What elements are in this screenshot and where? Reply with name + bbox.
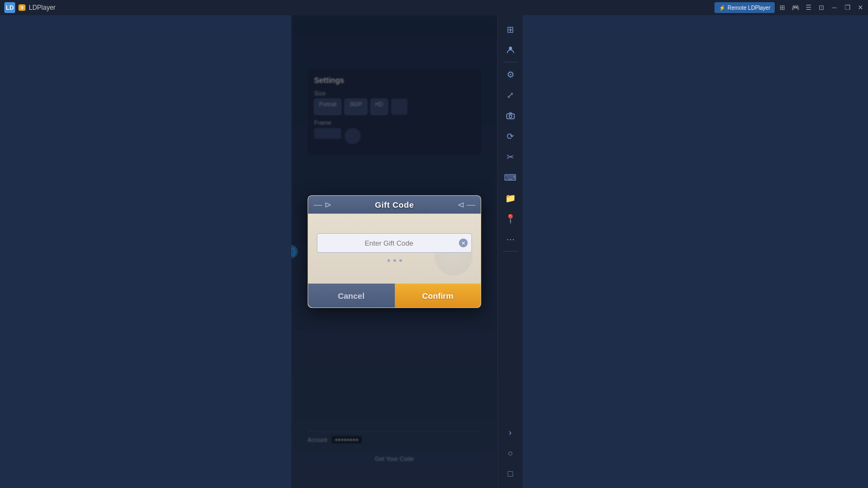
- dot-3: [399, 259, 402, 262]
- rotate-icon[interactable]: ⟳: [501, 126, 520, 146]
- circle-icon[interactable]: ○: [501, 444, 520, 463]
- dialog-overlay: — ⊳ Gift Code ⊲ —: [291, 15, 497, 488]
- sidebar-divider-2: [503, 251, 518, 252]
- header-decoration-left: — ⊳: [314, 200, 331, 210]
- center-panel: Settings Size Portrait 360P HD Frame 🌐 A…: [291, 15, 497, 488]
- person-icon[interactable]: [501, 40, 520, 60]
- svg-point-2: [509, 115, 512, 118]
- left-dash-2: ⊳: [324, 200, 331, 210]
- sidebar-divider-1: [503, 62, 518, 62]
- dialog-header: — ⊳ Gift Code ⊲ —: [308, 196, 481, 214]
- menu-icon[interactable]: ☰: [803, 2, 814, 13]
- right-sidebar: ⊞ ⚙ ⤢ ⟳ ✂ ⌨ 📁 📍 ⋯ › ○ □: [497, 15, 522, 488]
- folder-icon[interactable]: 📁: [501, 188, 520, 208]
- titlebar: LD 9 LDPlayer ⚡ Remote LDPlayer ⊞ 🎮 ☰ ⊡ …: [0, 0, 868, 15]
- dialog-title: Gift Code: [375, 200, 414, 209]
- more-options-icon[interactable]: ⋯: [501, 229, 520, 249]
- confirm-button[interactable]: Confirm: [395, 284, 481, 307]
- right-dash-1: ⊲: [457, 200, 464, 210]
- cancel-button[interactable]: Cancel: [308, 284, 395, 307]
- close-button[interactable]: ✕: [855, 2, 866, 13]
- gamepad-icon[interactable]: 🎮: [790, 2, 801, 13]
- right-panel: [522, 15, 868, 488]
- gift-code-input-wrapper: ✕: [317, 233, 472, 253]
- gift-code-input[interactable]: [317, 233, 472, 253]
- remote-icon: ⚡: [719, 5, 725, 11]
- scissors-icon[interactable]: ✂: [501, 147, 520, 166]
- app-title: LDPlayer: [29, 4, 55, 11]
- remote-ldplayer-button[interactable]: ⚡ Remote LDPlayer: [714, 2, 775, 13]
- resize-icon[interactable]: ⤢: [501, 85, 520, 105]
- right-dash-2: —: [467, 200, 475, 210]
- dialog-body: ✕: [308, 214, 481, 284]
- header-decoration-right: ⊲ —: [457, 200, 475, 210]
- grid-layout-icon[interactable]: ⊞: [501, 20, 520, 39]
- main-layout: Settings Size Portrait 360P HD Frame 🌐 A…: [0, 15, 868, 488]
- grid-icon[interactable]: ⊞: [777, 2, 788, 13]
- restore-button[interactable]: ❐: [842, 2, 853, 13]
- left-panel: [0, 15, 291, 488]
- titlebar-right: ⚡ Remote LDPlayer ⊞ 🎮 ☰ ⊡ ─ ❐ ✕: [714, 2, 868, 13]
- body-spacer-top: [317, 224, 472, 233]
- settings-gear-icon[interactable]: ⚙: [501, 65, 520, 84]
- dialog-footer: Cancel Confirm: [308, 284, 481, 307]
- gift-code-dialog: — ⊳ Gift Code ⊲ —: [308, 195, 481, 308]
- arrow-right-icon[interactable]: ›: [501, 423, 520, 442]
- camera-icon[interactable]: [501, 106, 520, 125]
- square-icon[interactable]: □: [501, 464, 520, 484]
- window-icon[interactable]: ⊡: [816, 2, 827, 13]
- location-pin-icon[interactable]: 📍: [501, 209, 520, 228]
- left-dash-1: —: [314, 200, 322, 210]
- dot-1: [387, 259, 390, 262]
- keyboard-icon[interactable]: ⌨: [501, 168, 520, 187]
- svg-point-0: [509, 47, 512, 50]
- dot-2: [393, 259, 396, 262]
- version-badge: 9: [18, 4, 25, 11]
- app-logo: LD: [4, 2, 15, 13]
- titlebar-left: LD 9 LDPlayer: [0, 2, 55, 13]
- clear-input-button[interactable]: ✕: [459, 239, 468, 247]
- minimize-button[interactable]: ─: [829, 2, 840, 13]
